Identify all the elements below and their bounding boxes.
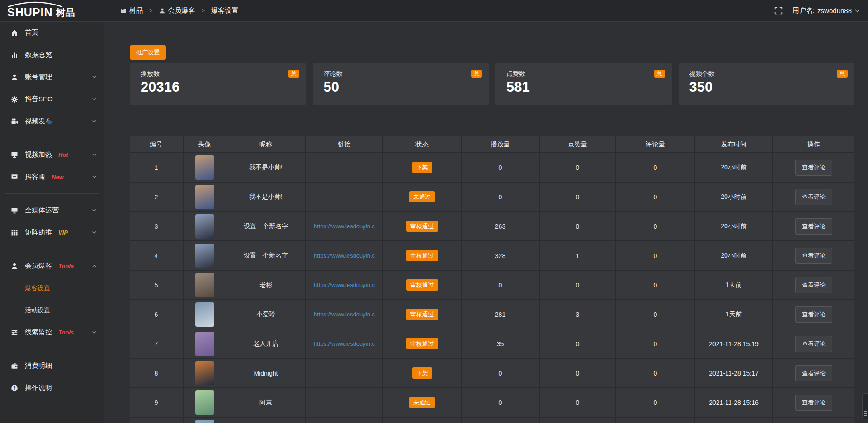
breadcrumb-item-member[interactable]: 会员爆客	[159, 6, 195, 15]
sidebar-item[interactable]: 会员爆客Tools	[0, 255, 104, 277]
status-badge[interactable]: 审核通过	[406, 250, 438, 261]
sidebar-item[interactable]: 抖音SEO	[0, 88, 104, 110]
cell-time: 2021-11-28 15:17	[695, 359, 773, 387]
sidebar-item-label: 视频发布	[25, 117, 52, 126]
view-comments-button[interactable]: 查看评论	[795, 336, 832, 352]
cell-comments: 0	[616, 329, 695, 358]
video-link[interactable]: https://www.iesdouyin.c	[314, 282, 375, 288]
main-content: 推广设置 播放数 20316 总 评论数 50 总 点赞数 581 总 视频个数…	[104, 22, 868, 423]
view-comments-button[interactable]: 查看评论	[795, 160, 832, 176]
view-comments-button[interactable]: 查看评论	[795, 365, 832, 381]
cell-status: 未通过	[383, 183, 462, 211]
chevron-up-icon	[92, 263, 97, 268]
cell-plays: 281	[462, 300, 540, 329]
avatar	[195, 273, 214, 297]
status-badge[interactable]: 审核通过	[406, 338, 438, 349]
cell-id: 6	[130, 300, 184, 329]
header-publish-time: 发布时间	[695, 136, 773, 152]
avatar	[195, 361, 214, 385]
status-badge[interactable]: 未通过	[409, 191, 435, 202]
sidebar-subitem[interactable]: 爆客设置	[0, 277, 104, 299]
breadcrumb-item-home[interactable]: 树品	[120, 6, 143, 15]
sidebar-item[interactable]: 首页	[0, 22, 104, 44]
floating-widget[interactable]	[862, 393, 868, 419]
cell-nickname: 我不是小帅!	[226, 153, 306, 182]
cell-link: https://www.iesdouyin.c	[306, 241, 383, 270]
widget-bar	[864, 411, 867, 412]
cell-comments: 0	[616, 359, 695, 387]
status-badge[interactable]: 下架	[412, 367, 432, 379]
chevron-down-icon	[92, 174, 97, 179]
chevron-down-icon	[92, 75, 97, 80]
view-comments-button[interactable]: 查看评论	[795, 218, 832, 235]
cell-nickname: 阿慧	[226, 388, 306, 417]
view-comments-button[interactable]: 查看评论	[795, 248, 832, 264]
sidebar-item[interactable]: 全媒体运营	[0, 199, 104, 221]
cell-status: 审核通过	[383, 271, 462, 299]
breadcrumb: 树品 > 会员爆客 > 爆客设置	[120, 6, 238, 15]
cell-action: 查看评论	[773, 388, 854, 417]
view-comments-button[interactable]: 查看评论	[795, 277, 832, 293]
sidebar-item[interactable]: 线索监控Tools	[0, 321, 104, 343]
breadcrumb-label: 会员爆客	[168, 6, 195, 15]
cell-status	[383, 418, 462, 423]
widget-bar	[864, 415, 867, 416]
chevron-down-icon	[92, 119, 97, 124]
sidebar-item-label: 视频加热	[25, 150, 52, 159]
promo-settings-button[interactable]: 推广设置	[130, 45, 166, 60]
cell-link	[306, 388, 383, 417]
sidebar-item-label: 账号管理	[25, 73, 52, 81]
cell-status: 审核通过	[383, 300, 462, 329]
fullscreen-icon[interactable]	[774, 7, 783, 15]
sidebar-item[interactable]: 矩阵助推VIP	[0, 221, 104, 244]
video-link[interactable]: https://www.iesdouyin.c	[314, 252, 375, 259]
view-comments-button[interactable]: 查看评论	[795, 306, 832, 323]
sidebar-item[interactable]: 视频加热Hot	[0, 144, 104, 166]
cell-comments	[616, 418, 695, 423]
sidebar-subitem[interactable]: 活动设置	[0, 299, 104, 321]
sidebar-item[interactable]: 消费明细	[0, 355, 104, 377]
chevron-up-icon	[92, 263, 97, 268]
sidebar-divider	[5, 193, 99, 194]
table-row: 3设置一个新名字https://www.iesdouyin.c审核通过26300…	[130, 211, 854, 240]
video-link[interactable]: https://www.iesdouyin.c	[314, 340, 375, 347]
sidebar-item-label: 线索监控	[25, 328, 52, 337]
header-plays: 播放量	[462, 136, 540, 152]
sidebar-item[interactable]: ?操作说明	[0, 377, 104, 399]
cell-action: 查看评论	[773, 241, 854, 270]
cell-nickname: 老彬	[226, 271, 306, 299]
cell-avatar	[184, 300, 226, 329]
view-comments-button[interactable]: 查看评论	[795, 189, 832, 205]
svg-text:?: ?	[13, 385, 16, 390]
stat-value: 350	[689, 80, 855, 95]
cell-likes: 0	[540, 329, 616, 358]
status-badge[interactable]: 未通过	[409, 397, 435, 408]
user-menu[interactable]: 用户名: zswodun88	[793, 6, 860, 15]
status-badge[interactable]: 审核通过	[406, 279, 438, 291]
widget-bar	[864, 409, 867, 409]
table-row: 4设置一个新名字https://www.iesdouyin.c审核通过32810…	[130, 240, 854, 270]
sidebar-item[interactable]: 抖客通New	[0, 166, 104, 188]
avatar	[195, 420, 214, 423]
total-badge: 总	[471, 70, 482, 78]
status-badge[interactable]: 审核通过	[406, 221, 438, 232]
sidebar-item[interactable]: 视频发布	[0, 110, 104, 132]
header-actions: 操作	[773, 136, 854, 152]
table-row: 1我不是小帅!下架00020小时前查看评论	[130, 152, 854, 182]
view-comments-button[interactable]: 查看评论	[795, 395, 832, 411]
video-link[interactable]: https://www.iesdouyin.c	[314, 311, 375, 318]
status-badge[interactable]: 审核通过	[406, 309, 438, 320]
sidebar-item[interactable]: 数据总览	[0, 44, 104, 66]
cell-time	[695, 418, 773, 423]
cell-action: 查看评论	[773, 271, 854, 299]
chevron-down-icon	[92, 230, 97, 235]
cell-status: 审核通过	[383, 329, 462, 358]
topbar-right: 用户名: zswodun88	[774, 6, 868, 15]
video-link[interactable]: https://www.iesdouyin.c	[314, 223, 375, 230]
cell-time: 2021-11-28 15:19	[695, 329, 773, 358]
breadcrumb-label: 树品	[129, 6, 143, 15]
sidebar-item[interactable]: 账号管理	[0, 66, 104, 88]
cell-plays: 263	[462, 212, 540, 240]
sidebar-divider	[5, 249, 99, 249]
status-badge[interactable]: 下架	[412, 162, 432, 173]
